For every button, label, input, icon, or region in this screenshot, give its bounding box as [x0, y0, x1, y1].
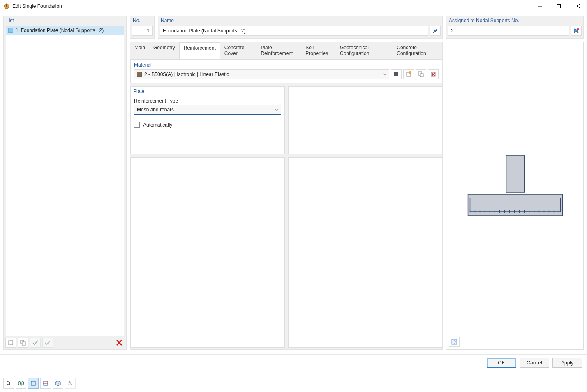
svg-rect-27	[506, 155, 525, 192]
name-field[interactable]: Foundation Plate (Nodal Supports : 2)	[160, 26, 428, 36]
material-delete-button[interactable]	[428, 69, 439, 79]
svg-rect-14	[137, 72, 142, 77]
list-item-label: Foundation Plate (Nodal Supports : 2)	[21, 28, 104, 33]
workspace: List 1 Foundation Plate (Nodal Supports …	[0, 12, 587, 353]
name-panel: Name Foundation Plate (Nodal Supports : …	[158, 16, 443, 39]
svg-rect-15	[394, 72, 395, 76]
tab-geometry[interactable]: Geometry	[149, 42, 179, 59]
tab-plate-reinforcement[interactable]: Plate Reinforcement	[257, 42, 301, 59]
right-column: Assigned to Nodal Supports No. 2	[446, 16, 584, 350]
tab-main[interactable]: Main	[130, 42, 149, 59]
close-button[interactable]	[568, 0, 587, 12]
no-field[interactable]: 1	[132, 26, 153, 36]
window-title: Edit Single Foundation	[12, 3, 530, 9]
assigned-pick-button[interactable]	[571, 26, 582, 36]
preview-panel	[446, 42, 584, 350]
material-panel: Material 2 - B500S(A) | Isotropic | Line…	[130, 59, 442, 83]
svg-rect-10	[22, 342, 25, 345]
status-function-button[interactable]: fx	[65, 378, 76, 389]
tab-reinforcement[interactable]: Reinforcement	[179, 42, 220, 59]
svg-line-11	[46, 341, 50, 345]
left-column: List 1 Foundation Plate (Nodal Supports …	[3, 16, 127, 350]
plate-panel-right	[288, 86, 443, 154]
tab-content: Material 2 - B500S(A) | Isotropic | Line…	[130, 59, 442, 349]
list-item[interactable]: 1 Foundation Plate (Nodal Supports : 2)	[6, 26, 124, 35]
reinforcement-type-combo[interactable]: Mesh and rebars	[134, 105, 281, 115]
maximize-button[interactable]	[549, 0, 568, 12]
blank-panel-left	[130, 157, 285, 348]
status-3d-button[interactable]	[53, 378, 63, 389]
list-body[interactable]: 1 Foundation Plate (Nodal Supports : 2)	[5, 26, 125, 336]
dialog-footer: OK Cancel Apply	[0, 354, 587, 371]
material-label: Material	[131, 60, 442, 69]
reinforcement-type-label: Reinforcement Type	[131, 97, 284, 105]
assigned-panel: Assigned to Nodal Supports No. 2	[446, 16, 584, 39]
header-row: No. 1 Name Foundation Plate (Nodal Suppo…	[130, 16, 443, 39]
tab-geotechnical-configuration[interactable]: Geotechnical Configuration	[336, 42, 393, 59]
apply-button[interactable]: Apply	[552, 358, 582, 368]
cancel-button[interactable]: Cancel	[520, 358, 549, 368]
material-new-button[interactable]	[403, 69, 414, 79]
ok-button[interactable]: OK	[487, 358, 516, 368]
svg-rect-28	[468, 194, 563, 216]
middle-column: No. 1 Name Foundation Plate (Nodal Suppo…	[130, 16, 443, 350]
chevron-down-icon	[383, 74, 386, 76]
status-search-button[interactable]	[3, 378, 14, 389]
no-panel: No. 1	[130, 16, 155, 39]
reinforcement-type-value: Mesh and rebars	[137, 107, 174, 113]
list-panel: List 1 Foundation Plate (Nodal Supports …	[3, 16, 127, 350]
svg-line-52	[9, 384, 11, 386]
svg-rect-17	[397, 72, 398, 76]
svg-point-19	[409, 71, 411, 74]
list-label: List	[4, 16, 126, 26]
edit-name-icon[interactable]	[430, 26, 441, 36]
plate-panel: Plate Reinforcement Type Mesh and rebars…	[130, 86, 285, 154]
status-section-dim-button[interactable]	[40, 378, 51, 389]
deselect-all-button[interactable]	[42, 338, 53, 348]
svg-text:00: 00	[21, 381, 24, 386]
svg-point-25	[577, 28, 579, 30]
delete-button[interactable]	[114, 338, 125, 348]
tab-soil-properties[interactable]: Soil Properties	[301, 42, 336, 59]
new-button[interactable]	[5, 338, 16, 348]
minimize-button[interactable]	[530, 0, 549, 12]
blank-panel-right	[288, 157, 443, 348]
assigned-label: Assigned to Nodal Supports No.	[446, 16, 583, 26]
tabs-panel: Main Geometry Reinforcement Concrete Cov…	[130, 42, 443, 350]
copy-button[interactable]	[18, 338, 28, 348]
tab-concrete-configuration[interactable]: Concrete Configuration	[393, 42, 442, 59]
tabstrip: Main Geometry Reinforcement Concrete Cov…	[130, 42, 442, 59]
svg-rect-21	[420, 74, 423, 77]
svg-rect-1	[6, 4, 7, 7]
list-toolbar	[4, 336, 126, 349]
svg-text:fx: fx	[68, 380, 72, 386]
automatically-checkbox[interactable]	[134, 122, 140, 128]
select-all-button[interactable]	[30, 338, 41, 348]
svg-rect-16	[395, 72, 397, 76]
assigned-field[interactable]: 2	[448, 26, 569, 36]
material-library-button[interactable]	[391, 69, 402, 79]
status-units-button[interactable]: 0,00	[16, 378, 26, 389]
svg-point-51	[7, 381, 10, 385]
material-combo[interactable]: 2 - B500S(A) | Isotropic | Linear Elasti…	[134, 69, 389, 79]
preview-settings-button[interactable]	[449, 337, 460, 347]
preview-toolbar	[449, 337, 460, 347]
svg-rect-6	[9, 341, 13, 345]
blank-row	[130, 157, 442, 348]
plate-row: Plate Reinforcement Type Mesh and rebars…	[130, 86, 442, 154]
material-copy-button[interactable]	[416, 69, 426, 79]
svg-rect-3	[557, 4, 561, 8]
name-label: Name	[158, 16, 442, 26]
statusbar: 0,00 fx	[0, 371, 587, 392]
list-item-swatch-icon	[8, 28, 13, 33]
no-label: No.	[130, 16, 154, 26]
svg-rect-55	[31, 381, 35, 385]
material-swatch-icon	[137, 72, 142, 77]
tab-concrete-cover[interactable]: Concrete Cover	[220, 42, 257, 59]
status-section-button[interactable]	[28, 378, 39, 389]
automatically-label: Automatically	[143, 122, 172, 128]
svg-rect-49	[452, 339, 457, 344]
automatically-row[interactable]: Automatically	[131, 118, 284, 132]
material-combo-value: 2 - B500S(A) | Isotropic | Linear Elasti…	[144, 71, 229, 77]
app-icon	[3, 3, 10, 9]
